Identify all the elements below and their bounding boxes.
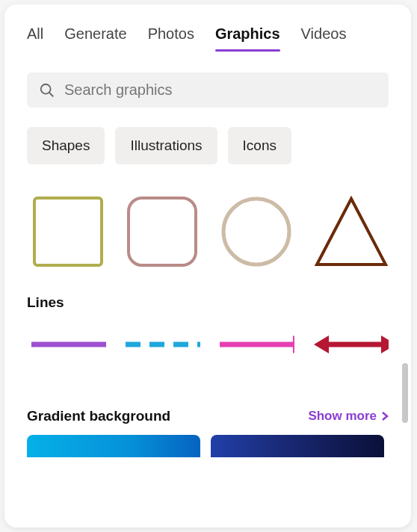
solid-line-icon <box>31 341 106 348</box>
line-solid[interactable] <box>31 333 106 356</box>
arrow-double-icon <box>314 333 389 356</box>
tab-graphics[interactable]: Graphics <box>215 25 280 50</box>
square-icon <box>32 196 104 267</box>
line-arrow-right[interactable] <box>220 333 294 356</box>
gradient-header: Gradient background Show more <box>27 408 389 424</box>
filter-icons[interactable]: Icons <box>228 127 291 164</box>
shape-rounded-square[interactable] <box>126 194 199 269</box>
filter-shapes[interactable]: Shapes <box>27 127 105 164</box>
line-dashed[interactable] <box>126 333 200 356</box>
tab-photos[interactable]: Photos <box>148 25 194 50</box>
svg-rect-2 <box>34 198 102 265</box>
shape-triangle[interactable] <box>314 194 389 269</box>
tab-videos[interactable]: Videos <box>301 25 347 50</box>
svg-line-1 <box>49 92 54 96</box>
shape-circle[interactable] <box>220 194 293 269</box>
chevron-right-icon <box>381 411 389 421</box>
gradient-row <box>27 435 389 457</box>
filter-illustrations[interactable]: Illustrations <box>115 127 217 164</box>
svg-marker-12 <box>381 335 389 353</box>
lines-title: Lines <box>27 294 389 311</box>
show-more-label: Show more <box>308 409 377 424</box>
dashed-line-icon <box>126 341 200 348</box>
scrollbar-thumb[interactable] <box>402 363 408 423</box>
svg-marker-9 <box>293 335 294 353</box>
tab-bar: All Generate Photos Graphics Videos <box>27 25 389 50</box>
shape-square[interactable] <box>31 194 105 269</box>
gradient-title: Gradient background <box>27 408 170 424</box>
show-more-button[interactable]: Show more <box>308 409 389 424</box>
search-icon <box>39 82 55 99</box>
rounded-square-icon <box>126 196 198 267</box>
line-arrow-double[interactable] <box>314 333 389 356</box>
circle-icon <box>220 196 292 267</box>
filter-row: Shapes Illustrations Icons <box>27 127 389 164</box>
arrow-right-icon <box>220 333 294 356</box>
tab-all[interactable]: All <box>27 25 43 50</box>
tab-generate[interactable]: Generate <box>64 25 126 50</box>
svg-rect-3 <box>129 198 196 265</box>
graphics-panel: All Generate Photos Graphics Videos Shap… <box>4 4 411 528</box>
svg-marker-10 <box>314 335 329 353</box>
svg-marker-5 <box>317 199 386 265</box>
gradient-navy[interactable] <box>211 435 384 457</box>
shapes-row <box>27 194 389 269</box>
svg-point-0 <box>41 84 51 93</box>
gradient-cyan[interactable] <box>27 435 200 457</box>
triangle-icon <box>314 196 389 267</box>
search-input[interactable] <box>64 81 377 99</box>
search-box[interactable] <box>27 72 389 108</box>
lines-row <box>27 333 389 356</box>
svg-point-4 <box>223 199 289 265</box>
